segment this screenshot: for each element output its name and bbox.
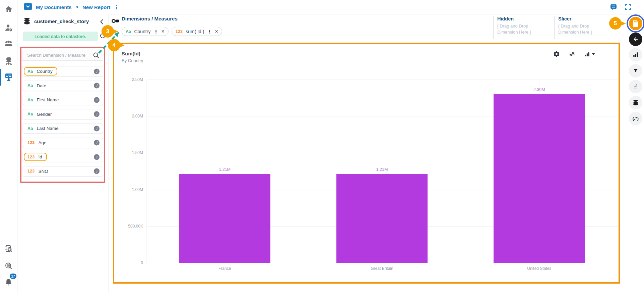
display-options-sliders-icon[interactable] xyxy=(569,51,576,57)
chip-menu-icon[interactable]: ⋮ xyxy=(153,29,158,34)
folder-dropdown-icon[interactable] xyxy=(24,3,32,11)
rail-item-data-sources[interactable] xyxy=(0,54,17,68)
chip-menu-icon[interactable]: ⋮ xyxy=(207,29,212,34)
field-search-input[interactable] xyxy=(27,53,93,58)
info-icon[interactable]: i xyxy=(94,68,100,74)
y-tick-label: 1.00M xyxy=(132,187,143,192)
datastore-db-icon xyxy=(633,100,639,106)
info-icon[interactable]: i xyxy=(94,83,100,89)
x-axis-line xyxy=(146,263,618,263)
save-card-icon xyxy=(633,20,639,27)
back-button[interactable] xyxy=(629,33,642,46)
chart-plot-area: 2.50M 2.00M 1.50M 1.00M 500.00K 0 1.21M … xyxy=(146,80,618,263)
chart-toolbar xyxy=(553,51,595,57)
field-list: AaCountry i AaDate i AaFirst Name i AaGe… xyxy=(22,66,103,180)
back-arrow-icon xyxy=(633,36,639,42)
bar-value-label: 1.21M xyxy=(219,167,231,172)
field-row-date[interactable]: AaDate i xyxy=(22,81,103,91)
measure-type-badge: 123 xyxy=(27,155,35,159)
y-tick-label: 0 xyxy=(141,260,143,265)
field-label: Age xyxy=(38,140,46,145)
chart-title: Sum(Id) xyxy=(122,51,140,56)
interaction-button[interactable]: ☝ xyxy=(629,80,642,93)
topbar: My Documents > New Report ⋮ xyxy=(18,0,644,14)
toast-message: Loaded data to datastore. xyxy=(23,32,98,41)
field-row-last-name[interactable]: AaLast Name i xyxy=(22,123,103,134)
info-icon[interactable]: i xyxy=(94,126,100,131)
rail-item-notifications[interactable]: 17 xyxy=(0,275,17,290)
rail-item-home[interactable] xyxy=(0,2,17,17)
story-builder-icon xyxy=(4,73,13,82)
data-sources-icon xyxy=(4,57,13,65)
rail-item-metadata-search[interactable] xyxy=(0,259,17,274)
rail-item-user-groups[interactable] xyxy=(0,36,17,51)
regex-button[interactable]: (.*) xyxy=(629,112,642,125)
bar[interactable] xyxy=(336,174,428,263)
search-icon[interactable] xyxy=(93,52,100,59)
y-tick-label: 2.00M xyxy=(132,114,143,118)
user-settings-icon xyxy=(4,23,13,32)
fullscreen-icon[interactable] xyxy=(625,4,631,10)
chip-remove-icon[interactable]: × xyxy=(215,29,218,34)
chart-subtitle: By Country xyxy=(122,58,143,63)
bar-value-label: 1.21M xyxy=(376,167,388,172)
caret-down-icon xyxy=(592,53,595,55)
field-row-sno[interactable]: 123SNO i xyxy=(22,166,103,177)
field-row-age[interactable]: 123Age i xyxy=(22,138,103,148)
info-icon[interactable]: i xyxy=(94,97,100,103)
annotation-step-4: 4 xyxy=(108,39,120,51)
bar[interactable] xyxy=(494,94,585,263)
rail-item-report-audit[interactable] xyxy=(0,242,17,256)
datastore-button[interactable] xyxy=(629,96,642,109)
dimension-type-badge: Aa xyxy=(27,112,33,116)
field-row-first-name[interactable]: AaFirst Name i xyxy=(22,95,103,105)
field-search-box xyxy=(22,50,103,61)
breadcrumb-menu-icon[interactable]: ⋮ xyxy=(114,4,119,10)
header-divider xyxy=(109,14,644,14)
chart-type-dropdown[interactable] xyxy=(584,51,595,57)
dimension-type-badge: Aa xyxy=(27,83,33,88)
y-tick-label: 500.00K xyxy=(128,224,143,229)
notification-badge: 17 xyxy=(10,274,16,279)
hidden-zone-title: Hidden xyxy=(497,16,553,21)
info-icon[interactable]: i xyxy=(94,154,100,160)
save-report-button[interactable] xyxy=(629,17,642,30)
chart-type-button[interactable] xyxy=(629,48,642,61)
field-row-gender[interactable]: AaGender i xyxy=(22,109,103,119)
field-row-id[interactable]: 123Id i xyxy=(22,152,103,162)
rail-item-story-builder-active[interactable] xyxy=(0,70,17,85)
field-label: First Name xyxy=(37,97,59,102)
chip-remove-icon[interactable]: × xyxy=(161,29,164,34)
measure-type-badge: 123 xyxy=(176,29,183,34)
field-label: Id xyxy=(38,154,42,159)
filter-button[interactable] xyxy=(629,64,642,78)
funnel-icon xyxy=(633,68,639,74)
field-label: Gender xyxy=(37,112,52,117)
rail-item-user-settings[interactable] xyxy=(0,20,17,35)
info-icon[interactable]: i xyxy=(94,111,100,117)
field-label: Country xyxy=(37,69,52,74)
breadcrumb-current[interactable]: New Report xyxy=(82,4,110,10)
chip-sum-id[interactable]: 123 sum( Id ) ⋮ × xyxy=(172,27,222,36)
info-icon[interactable]: i xyxy=(94,168,100,174)
chart-settings-gear-icon[interactable] xyxy=(553,51,560,57)
dimension-type-badge: Aa xyxy=(27,126,33,131)
hidden-drop-zone[interactable]: Hidden [ Drag and Drop Dimension Here ] xyxy=(493,16,553,39)
chip-country[interactable]: Aa Country ⋮ × xyxy=(122,27,169,36)
datasource-panel: customer_check_story Loaded data to data… xyxy=(18,14,109,293)
measure-type-badge: 123 xyxy=(27,169,35,174)
field-row-country[interactable]: AaCountry i xyxy=(22,66,103,77)
home-icon xyxy=(5,5,13,13)
measures-toggle-icon[interactable] xyxy=(112,18,120,25)
y-tick-label: 1.50M xyxy=(132,150,143,155)
comments-icon[interactable] xyxy=(610,3,617,11)
chart-panel: Sum(Id) By Country 2.50M xyxy=(113,43,620,284)
datasource-header: customer_check_story xyxy=(23,17,89,25)
x-category-label: France xyxy=(218,266,231,271)
collapse-panel-icon[interactable] xyxy=(98,18,105,25)
breadcrumb-root[interactable]: My Documents xyxy=(36,4,72,10)
info-icon[interactable]: i xyxy=(94,140,100,146)
slicer-drop-zone[interactable]: Slicer [ Drag and Drop Dimension Here ] xyxy=(554,16,614,39)
bar[interactable] xyxy=(179,174,270,263)
report-audit-icon xyxy=(4,245,13,253)
